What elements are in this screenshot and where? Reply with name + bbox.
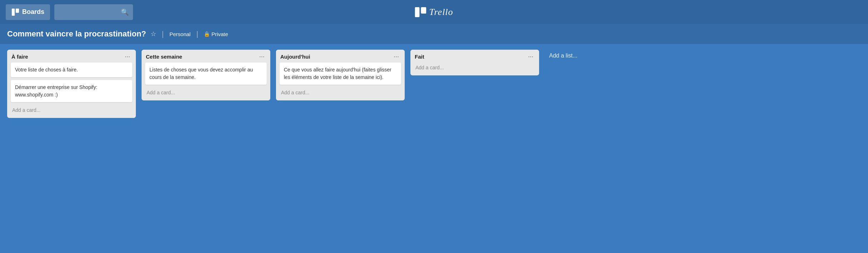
list-aujourd-hui: Aujourd'hui···Ce que vous allez faire au… [276,50,405,100]
search-bar[interactable]: 🔍 [54,4,133,20]
lock-icon: 🔒 [204,31,210,37]
list-menu-button-aujourd-hui[interactable]: ··· [392,53,400,60]
trello-wordmark: Trello [429,7,453,18]
search-input[interactable] [59,9,121,15]
star-icon[interactable]: ☆ [151,30,156,38]
svg-rect-0 [12,8,15,15]
list-title-a-faire: À faire [11,54,28,60]
board-title: Comment vaincre la procrastination? [7,29,146,39]
svg-rect-1 [16,8,19,13]
board-header: Comment vaincre la procrastination? ☆ | … [0,24,868,44]
trello-logo-icon [415,7,426,17]
list-a-faire: À faire···Votre liste de choses à faire.… [7,50,136,118]
board-content: À faire···Votre liste de choses à faire.… [0,44,868,124]
add-card-button-a-faire[interactable]: Add a card... [11,105,132,115]
svg-rect-3 [421,7,426,14]
list-header-aujourd-hui: Aujourd'hui··· [280,53,401,60]
card-a-faire-1[interactable]: Démarrer une entreprise sur Shopify: www… [11,80,132,102]
search-icon: 🔍 [121,8,129,16]
add-card-button-fait[interactable]: Add a card... [414,63,536,73]
card-cette-semaine-0[interactable]: Listes de choses que vous devez accompli… [145,63,267,85]
list-fait: Fait···Add a card... [410,50,539,75]
board-privacy[interactable]: 🔒 Private [204,31,228,37]
list-cette-semaine: Cette semaine···Listes de choses que vou… [142,50,270,100]
sep1: | [162,30,164,38]
add-card-button-cette-semaine[interactable]: Add a card... [145,88,267,98]
board-icon [11,8,19,16]
private-label: Private [211,31,228,37]
list-header-fait: Fait··· [414,53,536,60]
svg-rect-2 [415,7,419,17]
list-menu-button-fait[interactable]: ··· [527,53,535,60]
list-header-cette-semaine: Cette semaine··· [145,53,267,60]
list-title-cette-semaine: Cette semaine [146,54,182,60]
boards-label: Boards [22,8,44,16]
list-title-aujourd-hui: Aujourd'hui [280,54,310,60]
board-personal[interactable]: Personal [169,31,191,37]
boards-button[interactable]: Boards [6,4,50,20]
list-menu-button-cette-semaine[interactable]: ··· [258,53,266,60]
list-header-a-faire: À faire··· [11,53,132,60]
top-nav: Boards 🔍 Trello [0,0,868,24]
sep2: | [196,30,198,38]
list-menu-button-a-faire[interactable]: ··· [123,53,132,60]
add-list-button[interactable]: Add a list... [545,50,582,62]
list-title-fait: Fait [415,54,424,60]
add-card-button-aujourd-hui[interactable]: Add a card... [280,88,401,98]
card-aujourd-hui-0[interactable]: Ce que vous allez faire aujourd'hui (fai… [280,63,401,85]
personal-label: Personal [169,31,191,37]
card-a-faire-0[interactable]: Votre liste de choses à faire. [11,63,132,77]
trello-logo: Trello [415,7,453,18]
